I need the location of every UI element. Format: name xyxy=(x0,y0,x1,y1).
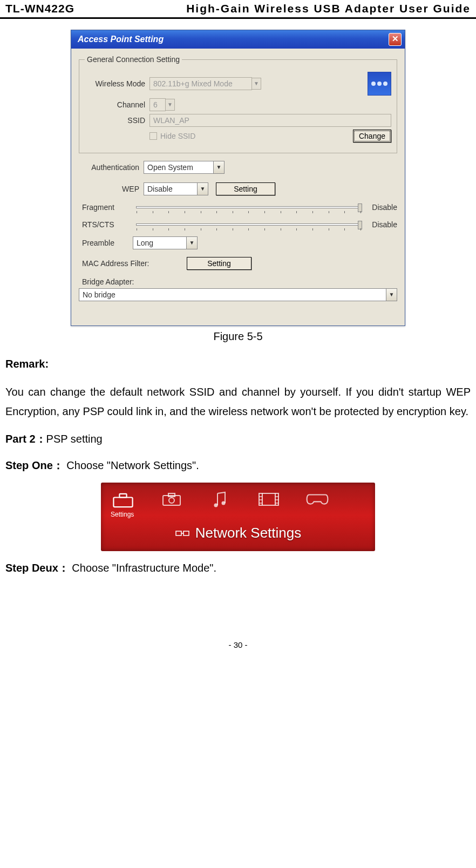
psp-subtitle-text: Network Settings xyxy=(195,525,302,541)
row-bridge: Bridge Adapter: No bridge ▼ xyxy=(79,277,397,301)
part2-rest: PSP setting xyxy=(46,433,103,445)
psp-settings-label: Settings xyxy=(111,511,134,518)
photo-icon xyxy=(158,491,185,511)
step-one-bold: Step One： xyxy=(5,459,64,471)
row-rtscts: RTS/CTS Disable xyxy=(79,220,397,229)
dialog-body: General Connection Setting Wireless Mode… xyxy=(71,49,405,326)
dropdown-arrow-icon: ▼ xyxy=(165,99,175,111)
step-two-bold: Step Deux： xyxy=(5,562,69,574)
video-icon xyxy=(255,491,282,511)
network-settings-icon xyxy=(175,526,190,537)
psp-icons-row xyxy=(107,489,369,515)
page-body: Access Point Setting ✕ General Connectio… xyxy=(0,19,476,649)
game-icon xyxy=(304,491,331,511)
row-fragment: Fragment Disable xyxy=(79,203,397,212)
fieldset-legend: General Connection Setting xyxy=(85,55,182,64)
label-bridge: Bridge Adapter: xyxy=(79,277,397,286)
bridge-select[interactable]: No bridge ▼ xyxy=(79,288,397,301)
wep-value: Disable xyxy=(144,182,198,195)
music-icon xyxy=(207,491,234,511)
label-wireless-mode: Wireless Mode xyxy=(85,79,149,88)
wep-setting-button[interactable]: Setting xyxy=(216,182,275,195)
label-preamble: Preamble xyxy=(79,239,133,247)
step-two-rest: Choose "Infrastructure Mode". xyxy=(69,562,216,574)
part2-line: Part 2：PSP setting xyxy=(5,432,471,446)
channel-field: 6 xyxy=(149,98,166,111)
step-one-rest: Choose "Network Settings". xyxy=(64,459,199,471)
page-number: - 30 - xyxy=(5,640,471,649)
authentication-value: Open System xyxy=(144,161,214,174)
bridge-value: No bridge xyxy=(79,288,386,301)
row-mac-filter: MAC Address Filter: Setting xyxy=(79,257,397,270)
row-authentication: Authentication Open System ▼ xyxy=(79,161,397,174)
row-channel: Channel 6 ▼ xyxy=(85,98,391,111)
access-point-dialog: Access Point Setting ✕ General Connectio… xyxy=(71,30,405,326)
close-icon[interactable]: ✕ xyxy=(389,33,402,46)
dropdown-arrow-icon: ▼ xyxy=(198,182,208,195)
preamble-value: Long xyxy=(133,236,187,249)
label-hide-ssid: Hide SSID xyxy=(160,132,195,140)
product-model: TL-WN422G xyxy=(5,2,74,15)
general-connection-fieldset: General Connection Setting Wireless Mode… xyxy=(79,55,397,153)
dialog-titlebar: Access Point Setting ✕ xyxy=(71,30,405,49)
label-wep: WEP xyxy=(79,185,144,193)
preamble-select[interactable]: Long ▼ xyxy=(133,236,198,249)
label-ssid: SSID xyxy=(85,116,149,125)
svg-rect-16 xyxy=(176,531,181,535)
wireless-mode-field: 802.11b+g Mixed Mode xyxy=(149,77,252,90)
svg-point-4 xyxy=(169,498,174,503)
part2-bold: Part 2： xyxy=(5,433,46,445)
label-channel: Channel xyxy=(85,100,149,109)
dropdown-arrow-icon: ▼ xyxy=(187,236,198,249)
remark-body: You can change the default network SSID … xyxy=(5,382,471,421)
svg-rect-17 xyxy=(183,531,189,535)
authentication-select[interactable]: Open System ▼ xyxy=(144,161,225,174)
svg-rect-0 xyxy=(113,498,132,507)
row-wireless-mode: Wireless Mode 802.11b+g Mixed Mode ▼ xyxy=(85,72,391,96)
hide-ssid-checkbox xyxy=(149,132,157,140)
dropdown-arrow-icon: ▼ xyxy=(386,288,397,301)
page-header: TL-WN422G High-Gain Wireless USB Adapter… xyxy=(0,0,476,19)
rtscts-slider[interactable] xyxy=(136,223,362,226)
wep-select[interactable]: Disable ▼ xyxy=(144,182,208,195)
svg-point-6 xyxy=(222,501,226,505)
dropdown-arrow-icon: ▼ xyxy=(251,78,261,90)
dropdown-arrow-icon: ▼ xyxy=(214,161,225,174)
ssid-field: WLAN_AP xyxy=(149,114,391,127)
row-hide-ssid: Hide SSID Change xyxy=(85,130,391,143)
step-two-line: Step Deux： Choose "Infrastructure Mode". xyxy=(5,561,471,575)
step-one-line: Step One： Choose "Network Settings". xyxy=(5,458,471,473)
svg-rect-1 xyxy=(119,494,126,498)
svg-point-5 xyxy=(214,504,218,507)
fragment-value: Disable xyxy=(365,203,397,212)
settings-icon xyxy=(110,491,137,511)
psp-subtitle: Network Settings xyxy=(107,525,369,541)
rtscts-value: Disable xyxy=(365,220,397,229)
dialog-title: Access Point Setting xyxy=(74,35,389,44)
label-rtscts: RTS/CTS xyxy=(79,220,133,229)
label-mac-filter: MAC Address Filter: xyxy=(79,259,187,268)
remark-label: Remark: xyxy=(5,358,471,370)
row-wep: WEP Disable ▼ Setting xyxy=(79,182,397,195)
label-fragment: Fragment xyxy=(79,203,133,212)
fragment-slider[interactable] xyxy=(136,206,362,208)
change-button[interactable]: Change xyxy=(353,130,391,143)
figure-caption: Figure 5-5 xyxy=(5,330,471,343)
psp-menu-bar: Settings Network Settings xyxy=(101,483,375,551)
mac-setting-button[interactable]: Setting xyxy=(187,257,251,270)
guide-title: High-Gain Wireless USB Adapter User Guid… xyxy=(186,2,471,15)
row-preamble: Preamble Long ▼ xyxy=(79,236,397,249)
row-ssid: SSID WLAN_AP xyxy=(85,114,391,127)
network-icon xyxy=(368,72,391,96)
label-authentication: Authentication xyxy=(79,163,144,172)
